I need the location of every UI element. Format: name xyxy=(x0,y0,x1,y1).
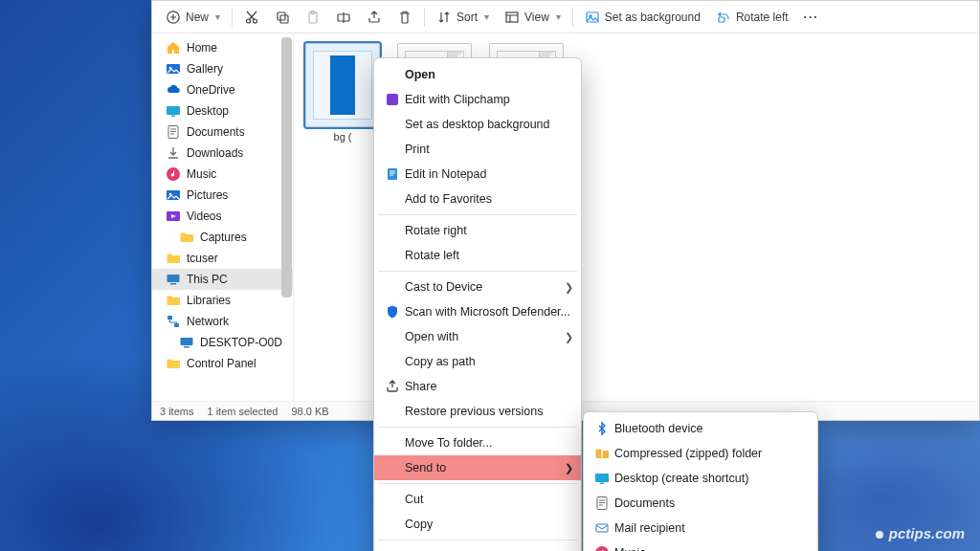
nav-label: tcuser xyxy=(187,252,218,265)
menu-item-create-shortcut[interactable]: Create shortcut xyxy=(374,543,581,551)
chevron-down-icon: ▾ xyxy=(215,11,220,22)
menu-item-rotate-right[interactable]: Rotate right xyxy=(374,218,581,243)
status-selected: 1 item selected xyxy=(207,406,278,417)
menu-label: Desktop (create shortcut) xyxy=(614,472,810,485)
nav-label: Music xyxy=(187,167,216,181)
nav-item-captures[interactable]: Captures xyxy=(152,227,294,248)
menu-item-open[interactable]: Open xyxy=(374,62,581,87)
menu-item-scan-with-microsoft-defender[interactable]: Scan with Microsoft Defender... xyxy=(374,299,581,324)
nav-label: Libraries xyxy=(187,294,231,307)
pc-icon xyxy=(179,335,194,350)
menu-label: Cast to Device xyxy=(405,280,565,294)
nav-item-network[interactable]: Network xyxy=(152,311,293,332)
nav-item-libraries[interactable]: Libraries xyxy=(152,290,293,311)
rotate-left-button[interactable]: Rotate left xyxy=(708,6,796,29)
delete-button[interactable] xyxy=(390,6,420,29)
nav-label: Documents xyxy=(187,125,245,139)
svg-rect-29 xyxy=(601,451,603,457)
svg-rect-23 xyxy=(167,316,172,320)
nav-label: DESKTOP-O0D xyxy=(200,336,282,349)
sort-button[interactable]: Sort ▾ xyxy=(429,6,497,29)
nav-item-tcuser[interactable]: tcuser xyxy=(152,248,293,269)
nav-label: Downloads xyxy=(187,146,243,160)
nav-item-this-pc[interactable]: This PC xyxy=(152,269,293,290)
more-button[interactable]: ··· xyxy=(796,7,827,28)
menu-label: Compressed (zipped) folder xyxy=(614,447,810,460)
menu-label: Add to Favorites xyxy=(405,192,573,206)
file-item[interactable]: bg ( xyxy=(305,43,380,143)
nav-item-downloads[interactable]: Downloads xyxy=(152,143,293,164)
plus-circle-icon xyxy=(166,10,181,25)
set-background-label: Set as background xyxy=(605,11,701,24)
nav-item-documents[interactable]: Documents xyxy=(152,121,293,143)
menu-item-documents[interactable]: Documents xyxy=(584,491,817,516)
svg-rect-31 xyxy=(600,483,604,485)
menu-label: Send to xyxy=(405,461,565,474)
desktop-background: New ▾ Sort ▾ View ▾ xyxy=(0,0,980,551)
menu-item-rotate-left[interactable]: Rotate left xyxy=(374,243,581,268)
menu-item-cut[interactable]: Cut xyxy=(374,487,581,512)
menu-label: Rotate left xyxy=(405,249,573,262)
menu-label: Restore previous versions xyxy=(405,405,573,418)
copy-button[interactable] xyxy=(267,6,298,29)
menu-separator xyxy=(378,214,577,215)
menu-label: Copy as path xyxy=(405,355,573,368)
view-label: View xyxy=(524,11,549,24)
nav-scrollbar[interactable] xyxy=(281,37,292,397)
nav-item-pictures[interactable]: Pictures xyxy=(152,185,293,206)
menu-item-share[interactable]: Share xyxy=(374,374,581,399)
doc-icon xyxy=(166,124,181,140)
download-icon xyxy=(166,145,181,161)
nav-item-desktop[interactable]: Desktop xyxy=(152,100,293,121)
nav-item-videos[interactable]: Videos xyxy=(152,206,293,227)
separator xyxy=(572,8,573,27)
menu-item-compressed-zipped-folder[interactable]: Compressed (zipped) folder xyxy=(584,441,817,466)
nav-item-onedrive[interactable]: OneDrive xyxy=(152,79,293,100)
note-icon xyxy=(380,166,405,182)
menu-label: Documents xyxy=(614,496,810,510)
share-button[interactable] xyxy=(359,6,390,29)
menu-item-music[interactable]: Music xyxy=(584,540,817,551)
menu-label: Cut xyxy=(405,493,573,506)
menu-item-add-to-favorites[interactable]: Add to Favorites xyxy=(374,187,581,211)
nav-item-control-panel[interactable]: Control Panel xyxy=(152,353,293,374)
nav-item-music[interactable]: Music xyxy=(152,164,293,185)
svg-rect-26 xyxy=(184,346,189,348)
video-icon xyxy=(166,209,181,224)
set-background-button[interactable]: Set as background xyxy=(577,6,708,29)
rename-button[interactable] xyxy=(328,6,359,29)
menu-item-print[interactable]: Print xyxy=(374,137,581,162)
nav-item-home[interactable]: Home xyxy=(152,37,293,58)
cloud-icon xyxy=(166,82,181,98)
chevron-right-icon: ❯ xyxy=(565,331,573,343)
chevron-right-icon: ❯ xyxy=(565,281,573,294)
menu-item-mail-recipient[interactable]: Mail recipient xyxy=(584,516,817,540)
menu-item-set-as-desktop-background[interactable]: Set as desktop background xyxy=(374,112,581,137)
menu-item-bluetooth-device[interactable]: Bluetooth device xyxy=(584,416,817,441)
toolbar: New ▾ Sort ▾ View ▾ xyxy=(152,1,979,33)
menu-item-edit-in-notepad[interactable]: Edit in Notepad xyxy=(374,162,581,187)
nav-label: Network xyxy=(187,315,229,328)
menu-item-restore-previous-versions[interactable]: Restore previous versions xyxy=(374,399,581,424)
nav-item-gallery[interactable]: Gallery xyxy=(152,58,293,79)
menu-item-cast-to-device[interactable]: Cast to Device❯ xyxy=(374,275,581,299)
menu-label: Share xyxy=(405,380,573,393)
nav-item-desktop-o0d[interactable]: DESKTOP-O0D xyxy=(152,332,294,353)
nav-pane: HomeGalleryOneDriveDesktopDocumentsDownl… xyxy=(152,33,294,403)
menu-item-send-to[interactable]: Send to❯ xyxy=(374,455,581,480)
menu-item-copy[interactable]: Copy xyxy=(374,512,581,537)
watermark: pctips.com xyxy=(876,525,965,541)
view-button[interactable]: View ▾ xyxy=(497,6,568,29)
menu-label: Music xyxy=(614,546,810,551)
svg-rect-4 xyxy=(280,15,288,23)
new-button[interactable]: New ▾ xyxy=(158,6,228,29)
cut-button[interactable] xyxy=(236,6,267,29)
context-menu: OpenEdit with ClipchampSet as desktop ba… xyxy=(373,57,582,551)
chevron-down-icon: ▾ xyxy=(484,11,489,22)
menu-item-move-to-folder[interactable]: Move To folder... xyxy=(374,430,581,455)
menu-item-edit-with-clipchamp[interactable]: Edit with Clipchamp xyxy=(374,87,581,112)
menu-item-open-with[interactable]: Open with❯ xyxy=(374,324,581,349)
paste-button[interactable] xyxy=(298,6,328,29)
menu-item-desktop-create-shortcut[interactable]: Desktop (create shortcut) xyxy=(584,466,817,491)
menu-item-copy-as-path[interactable]: Copy as path xyxy=(374,349,581,374)
